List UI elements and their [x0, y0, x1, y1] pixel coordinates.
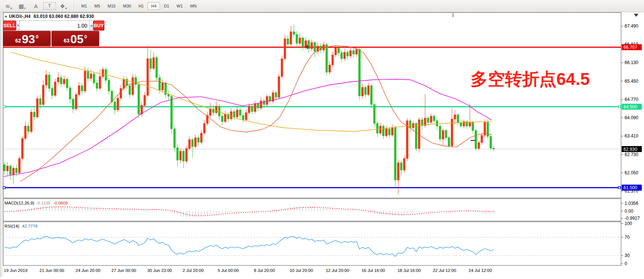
svg-text:30: 30	[625, 253, 630, 258]
svg-text:70: 70	[625, 235, 630, 240]
svg-text:RSI(14): RSI(14)	[4, 224, 19, 228]
timeframe-buttons: M1M5M15M30H1H4D1W1MN	[78, 2, 200, 10]
font-icon[interactable]: A	[30, 1, 42, 10]
sell-price-sup: 0	[36, 34, 38, 39]
svg-text:-0.9927: -0.9927	[625, 216, 640, 221]
svg-text:100: 100	[625, 221, 632, 226]
collapse-triangle-icon[interactable]: ▲	[4, 15, 7, 18]
mt4-window: ≋E▦FAT❖▾ M1M5M15M30H1H4D1W1MN 67.49066.8…	[0, 0, 644, 279]
rsi-label: RSI(14)42.7778	[4, 224, 38, 228]
sell-price-small: 62	[15, 38, 21, 44]
svg-text:61.500: 61.500	[623, 185, 637, 190]
time-label: 27 Jun 00:00	[111, 268, 136, 273]
timeframe-w1[interactable]: W1	[173, 2, 186, 10]
time-label: 16 Jul 16:00	[362, 268, 385, 273]
tool-icons: ≋E▦FAT❖▾	[2, 1, 70, 10]
hatch-pattern-icon[interactable]: ≋E	[3, 1, 15, 10]
svg-text:-0.0609: -0.0609	[53, 201, 68, 205]
time-label: 24 Jun 20:00	[76, 268, 101, 273]
chart-title: ▲UKOil-,H463.010 63.060 62.880 62.930	[4, 14, 94, 19]
hline-handle[interactable]	[618, 187, 621, 189]
hline-handle[interactable]	[3, 105, 5, 108]
grid-pattern-icon[interactable]: ▦F	[16, 1, 28, 10]
buy-price-big: 05	[70, 34, 84, 45]
timeframe-m30[interactable]: M30	[120, 2, 134, 10]
timeframe-mn[interactable]: MN	[187, 2, 200, 10]
svg-text:62.730: 62.730	[625, 152, 638, 157]
volume-input[interactable]	[20, 20, 89, 31]
annotation-text: 多空转折点64.5	[471, 68, 590, 91]
svg-text:64.090: 64.090	[625, 115, 638, 120]
rsi-line	[4, 237, 494, 257]
svg-text:0.00: 0.00	[625, 209, 634, 214]
sell-price-big: 93	[22, 34, 35, 45]
time-label: 10 Jul 20:00	[290, 268, 313, 273]
time-label: 8 Jul 20:00	[254, 268, 275, 273]
timeframe-m15[interactable]: M15	[104, 2, 119, 10]
time-label: 30 Jun 23:00	[147, 268, 172, 273]
toolbar: ≋E▦FAT❖▾ M1M5M15M30H1H4D1W1MN	[0, 0, 644, 12]
svg-text:64.500: 64.500	[623, 104, 637, 110]
toolbar-separator	[74, 1, 75, 10]
hline-handle[interactable]	[618, 105, 621, 108]
time-label: 5 Jul 00:00	[218, 268, 239, 273]
candles	[4, 25, 495, 194]
macd-label: MACD(12,26,9)-0.1135-0.0609	[4, 201, 68, 205]
symbol-name: UKOil-,H4	[9, 14, 31, 19]
volume-decrease-button[interactable]: ▼	[16, 20, 20, 31]
timeframe-h1[interactable]: H1	[135, 2, 147, 10]
svg-text:66.130: 66.130	[625, 60, 638, 65]
svg-text:63.410: 63.410	[625, 133, 638, 139]
svg-text:MACD(12,26,9): MACD(12,26,9)	[4, 201, 34, 205]
sell-button[interactable]: SELL	[3, 20, 16, 31]
hline-handle[interactable]	[3, 187, 5, 189]
svg-text:0: 0	[625, 261, 627, 266]
svg-text:67.490: 67.490	[625, 23, 638, 29]
svg-text:66.707: 66.707	[623, 45, 637, 50]
scroll-end-icon[interactable]	[634, 14, 638, 17]
time-label: 2 Jul 20:00	[183, 268, 204, 273]
ma-orangered	[21, 45, 491, 181]
time-label: 18 Jul 16:00	[398, 268, 421, 273]
timeframe-h4[interactable]: H4	[148, 2, 160, 10]
volume-increase-button[interactable]: ▲	[89, 20, 93, 31]
svg-text:64.770: 64.770	[625, 97, 638, 102]
svg-text:-0.1135: -0.1135	[36, 201, 50, 205]
time-label: 22 Jul 12:00	[433, 268, 456, 273]
timeframe-m5[interactable]: M5	[91, 2, 103, 10]
cursor-tool-icon[interactable]: ❖▾	[57, 1, 69, 10]
one-click-trade-panel: SELL ▼ ▲ BUY 62930 63050	[3, 20, 99, 46]
timeframe-d1[interactable]: D1	[161, 2, 173, 10]
buy-price-sup: 0	[84, 34, 87, 39]
svg-text:1.0356: 1.0356	[625, 201, 638, 206]
macd-histogram	[4, 206, 494, 217]
svg-text:62.930: 62.930	[623, 147, 637, 152]
time-label: 19 Jun 2019	[4, 268, 27, 273]
time-label: 24 Jul 12:00	[469, 268, 492, 273]
svg-text:42.7778: 42.7778	[22, 224, 38, 228]
time-label: 12 Jul 20:00	[326, 268, 349, 273]
buy-price-small: 63	[64, 38, 70, 44]
svg-text:62.050: 62.050	[625, 170, 638, 175]
text-label-icon[interactable]: T	[43, 2, 56, 10]
timeframe-m1[interactable]: M1	[78, 2, 90, 10]
sell-price-box[interactable]: 62930	[3, 31, 51, 46]
buy-button[interactable]: BUY	[93, 20, 104, 31]
svg-text:65.450: 65.450	[625, 79, 638, 84]
ohlc-values: 63.010 63.060 62.880 62.930	[34, 14, 94, 19]
buy-price-box[interactable]: 63050	[51, 31, 99, 46]
time-label: 21 Jun 00:00	[40, 268, 65, 273]
